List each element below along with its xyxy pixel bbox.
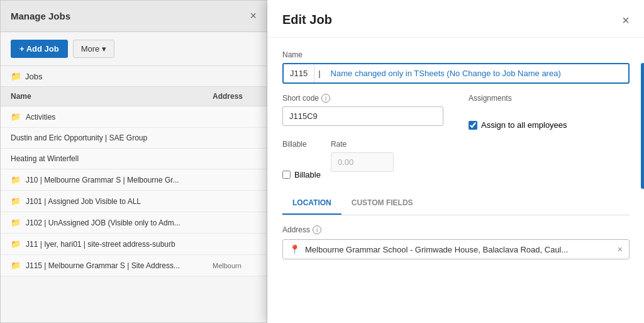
- shortcode-assignments-row: Short code i Assignments Assign to all e…: [282, 94, 630, 130]
- list-item[interactable]: Heating at Winterfell: [1, 149, 267, 169]
- list-item[interactable]: 📁 J102 | UnAssigned JOB (Visible only to…: [1, 212, 267, 234]
- list-header: Name Address: [1, 87, 267, 106]
- billable-group: Billable Billable: [282, 140, 321, 179]
- list-item[interactable]: 📁 J115 | Melbourne Grammar S | Site Addr…: [1, 255, 267, 276]
- address-clear-icon[interactable]: ×: [618, 244, 623, 254]
- folder-icon: 📁: [11, 218, 21, 227]
- breadcrumb-label: Jobs: [25, 72, 42, 81]
- billable-label: Billable: [282, 140, 321, 149]
- name-input-wrapper: J115 |: [282, 63, 630, 84]
- modal-close-button[interactable]: ×: [622, 14, 630, 26]
- tabs-row: LOCATION CUSTOM FIELDS: [282, 192, 630, 215]
- address-label: Address: [282, 225, 310, 234]
- manage-jobs-close-button[interactable]: ×: [250, 9, 257, 23]
- list-header-name: Name: [11, 92, 213, 101]
- shortcode-label: Short code: [282, 94, 319, 103]
- item-text: J10 | Melbourne Grammar S | Melbourne Gr…: [26, 176, 257, 184]
- modal-body: Name J115 | Short code i Assignments Ass…: [267, 38, 644, 272]
- assignments-label: Assignments: [469, 94, 630, 103]
- manage-jobs-title: Manage Jobs: [11, 11, 70, 21]
- assign-to-all-checkbox[interactable]: [469, 121, 477, 130]
- shortcode-label-row: Short code i: [282, 94, 443, 103]
- folder-icon: 📁: [11, 239, 21, 249]
- name-separator: |: [314, 64, 324, 82]
- list-item[interactable]: 📁 J10 | Melbourne Grammar S | Melbourne …: [1, 169, 267, 191]
- list-item[interactable]: 📁 J11 | Iyer, hari01 | site-street addre…: [1, 234, 267, 255]
- modal-title: Edit Job: [282, 13, 332, 27]
- folder-icon: 📁: [11, 175, 21, 184]
- billable-check-row: Billable: [282, 170, 321, 179]
- list-items: 📁 Activities Dustin and Eric Opportunity…: [1, 106, 267, 276]
- add-job-button[interactable]: + Add Job: [11, 40, 68, 58]
- name-prefix: J115: [284, 64, 314, 82]
- jobs-breadcrumb: 📁 Jobs: [1, 66, 267, 87]
- tab-location[interactable]: LOCATION: [282, 192, 341, 215]
- address-input-wrapper[interactable]: 📍 Melbourne Grammar School - Grimwade Ho…: [282, 239, 630, 259]
- manage-jobs-toolbar: + Add Job More ▾: [1, 32, 267, 66]
- item-text: J11 | Iyer, hari01 | site-street address…: [26, 240, 257, 249]
- location-pin-icon: 📍: [289, 244, 300, 254]
- address-value: Melbourne Grammar School - Grimwade Hous…: [305, 245, 613, 254]
- manage-jobs-panel: Manage Jobs × + Add Job More ▾ 📁 Jobs Na…: [0, 0, 267, 323]
- rate-input[interactable]: [331, 152, 394, 172]
- shortcode-info-icon[interactable]: i: [321, 94, 330, 103]
- manage-jobs-header: Manage Jobs ×: [1, 1, 267, 32]
- folder-icon: 📁: [11, 261, 21, 270]
- name-label: Name: [282, 50, 630, 59]
- edit-job-modal: Edit Job × Name J115 | Short code i Assi…: [267, 0, 644, 323]
- item-address: Melbourn: [213, 262, 257, 269]
- assignments-group: Assignments Assign to all employees: [469, 94, 630, 130]
- breadcrumb-folder-icon: 📁: [11, 71, 21, 81]
- billable-checkbox-label: Billable: [294, 170, 321, 179]
- list-header-address: Address: [213, 92, 257, 101]
- name-main-input[interactable]: [325, 64, 628, 82]
- scrollbar[interactable]: [641, 63, 644, 189]
- assign-to-all-row: Assign to all employees: [469, 120, 630, 130]
- list-item[interactable]: Dustin and Eric Opportunity | SAE Group: [1, 128, 267, 149]
- list-item[interactable]: 📁 J101 | Assigned Job Visible to ALL: [1, 191, 267, 212]
- address-info-icon[interactable]: i: [313, 225, 321, 234]
- modal-header: Edit Job ×: [267, 0, 644, 38]
- item-text: J102 | UnAssigned JOB (Visible only to A…: [26, 218, 257, 227]
- more-button[interactable]: More ▾: [73, 40, 114, 58]
- shortcode-group: Short code i: [282, 94, 443, 130]
- assign-to-all-label: Assign to all employees: [481, 120, 567, 130]
- item-text: J101 | Assigned Job Visible to ALL: [26, 197, 257, 206]
- tab-custom-fields[interactable]: CUSTOM FIELDS: [341, 192, 423, 215]
- shortcode-input[interactable]: [282, 106, 443, 126]
- item-text: J115 | Melbourne Grammar S | Site Addres…: [26, 261, 213, 270]
- folder-icon: 📁: [11, 112, 21, 122]
- address-label-row: Address i: [282, 225, 630, 234]
- list-item[interactable]: 📁 Activities: [1, 106, 267, 128]
- billable-checkbox[interactable]: [282, 171, 291, 179]
- item-text: Activities: [26, 113, 257, 122]
- billable-rate-row: Billable Billable Rate: [282, 140, 630, 179]
- rate-group: Rate: [331, 140, 394, 179]
- rate-label: Rate: [331, 140, 394, 149]
- folder-icon: 📁: [11, 196, 21, 206]
